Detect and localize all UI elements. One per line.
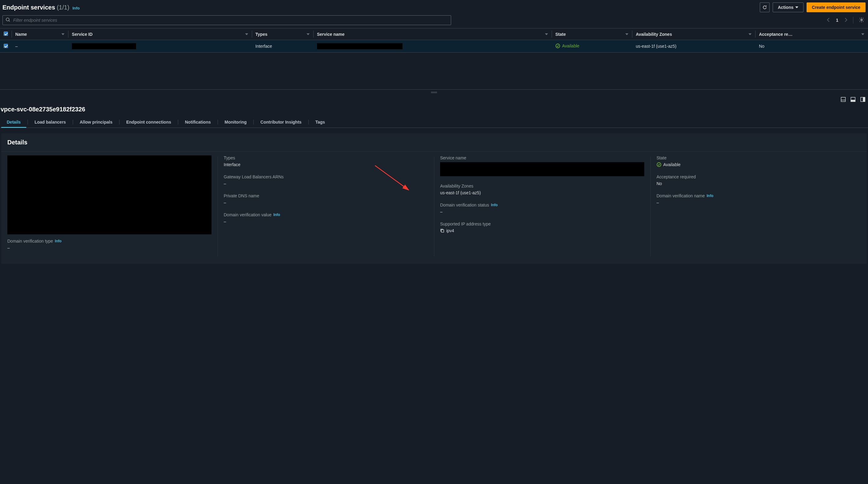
col-name[interactable]: Name (15, 32, 27, 37)
details-card-title: Details (1, 133, 867, 151)
layout-split-icon[interactable] (850, 97, 856, 102)
table-row[interactable]: – Interface Available us-east-1f (use1-a… (0, 40, 868, 53)
svg-point-0 (6, 18, 9, 21)
details-grid: Domain verification typeInfo – Types Int… (1, 151, 867, 258)
tabs: Details Load balancers Allow principals … (0, 117, 868, 128)
svg-rect-6 (851, 100, 855, 102)
check-circle-icon (555, 44, 560, 48)
svg-rect-9 (441, 230, 444, 232)
refresh-button[interactable] (760, 2, 770, 12)
settings-button[interactable] (858, 16, 866, 25)
sort-icon (545, 33, 548, 36)
redacted (317, 43, 403, 49)
next-page-button[interactable] (843, 16, 849, 25)
svg-point-2 (556, 44, 560, 48)
svg-rect-3 (841, 97, 845, 102)
sort-icon (861, 33, 864, 36)
redacted (72, 43, 136, 49)
select-all-checkbox[interactable] (4, 31, 8, 36)
info-link[interactable]: Info (273, 212, 280, 217)
tab-load-balancers[interactable]: Load balancers (28, 117, 73, 127)
search-input[interactable] (2, 15, 451, 25)
create-endpoint-service-button[interactable]: Create endpoint service (807, 2, 866, 12)
value-state: Available (663, 162, 681, 167)
tab-endpoint-connections[interactable]: Endpoint connections (120, 117, 178, 127)
cell-types: Interface (252, 40, 313, 53)
page-count: (1/1) (57, 4, 69, 11)
prev-page-button[interactable] (826, 16, 832, 25)
value-supported-ip-type: ipv4 (446, 228, 454, 233)
tab-notifications[interactable]: Notifications (178, 117, 218, 127)
chevron-right-icon (844, 18, 847, 22)
col-state[interactable]: State (555, 32, 566, 37)
label-availability-zones: Availability Zones (440, 183, 644, 189)
col-az[interactable]: Availability Zones (636, 32, 672, 37)
label-domain-verification-status: Domain verification status (440, 202, 489, 207)
value-domain-verification-type: – (7, 245, 212, 250)
detail-header-id: vpce-svc-08e2735e9182f2326 (0, 104, 868, 117)
tab-monitoring[interactable]: Monitoring (218, 117, 253, 127)
page-title: Endpoint services (1/1) (2, 4, 69, 11)
col-types[interactable]: Types (255, 32, 268, 37)
label-types: Types (224, 155, 428, 160)
label-domain-verification-name: Domain verification name (656, 193, 705, 198)
cell-acceptance: No (755, 40, 868, 53)
sort-icon (625, 33, 628, 36)
header-row: Endpoint services (1/1) Info Actions Cre… (0, 0, 868, 15)
cell-az: us-east-1f (use1-az5) (632, 40, 755, 53)
gear-icon (859, 17, 864, 23)
panel-layout-icons (840, 95, 866, 104)
info-link[interactable]: Info (707, 194, 713, 198)
title-area: Endpoint services (1/1) Info (2, 4, 80, 11)
search-row: 1 (0, 15, 868, 28)
tab-contributor-insights[interactable]: Contributor Insights (254, 117, 308, 127)
details-col-1: Domain verification typeInfo – (1, 155, 218, 258)
details-col-3: Service name Availability Zones us-east-… (434, 155, 650, 258)
check-circle-icon (656, 162, 661, 167)
cell-name: – (11, 40, 68, 53)
info-link[interactable]: Info (491, 203, 498, 207)
details-col-4: State Available Acceptance required No D… (650, 155, 867, 258)
sort-icon (307, 33, 310, 36)
chevron-left-icon (827, 18, 830, 22)
pagination: 1 (826, 16, 866, 25)
col-service-name[interactable]: Service name (317, 32, 344, 37)
label-state: State (656, 155, 861, 160)
layout-bottom-icon[interactable] (840, 97, 846, 102)
details-col-2: Types Interface Gateway Load Balancers A… (218, 155, 434, 258)
tab-tags[interactable]: Tags (309, 117, 332, 127)
info-link[interactable]: Info (72, 6, 80, 10)
header-actions: Actions Create endpoint service (760, 2, 866, 12)
tab-details[interactable]: Details (0, 117, 28, 127)
row-checkbox[interactable] (4, 44, 8, 48)
info-link[interactable]: Info (55, 239, 61, 243)
copy-icon[interactable] (440, 229, 444, 233)
label-domain-verification-value: Domain verification value (224, 212, 271, 217)
value-domain-verification-value: – (224, 219, 428, 224)
label-supported-ip-type: Supported IP address type (440, 222, 644, 226)
cell-state: Available (552, 40, 632, 53)
drag-handle-icon (431, 92, 437, 93)
label-acceptance-required: Acceptance required (656, 174, 861, 179)
value-private-dns: – (224, 200, 428, 205)
page-number: 1 (836, 18, 838, 23)
actions-button[interactable]: Actions (773, 2, 804, 12)
svg-rect-8 (863, 97, 865, 102)
tab-allow-principals[interactable]: Allow principals (73, 117, 119, 127)
redacted-image (7, 155, 212, 234)
value-gateway-lb-arns: – (224, 181, 428, 186)
layout-right-icon[interactable] (860, 97, 866, 102)
label-domain-verification-type: Domain verification type (7, 239, 53, 244)
details-card: Details Domain verification typeInfo – T… (1, 133, 867, 264)
value-types: Interface (224, 162, 428, 167)
endpoint-services-table: Name Service ID Types Service name State… (0, 28, 868, 53)
search-box (2, 15, 451, 25)
refresh-icon (762, 5, 767, 10)
label-private-dns: Private DNS name (224, 193, 428, 198)
col-acceptance[interactable]: Acceptance re… (759, 32, 793, 37)
value-domain-verification-name: – (656, 200, 861, 205)
value-acceptance-required: No (656, 181, 861, 186)
col-service-id[interactable]: Service ID (72, 32, 93, 37)
split-handle[interactable] (0, 89, 868, 95)
value-availability-zones: us-east-1f (use1-az5) (440, 190, 644, 195)
